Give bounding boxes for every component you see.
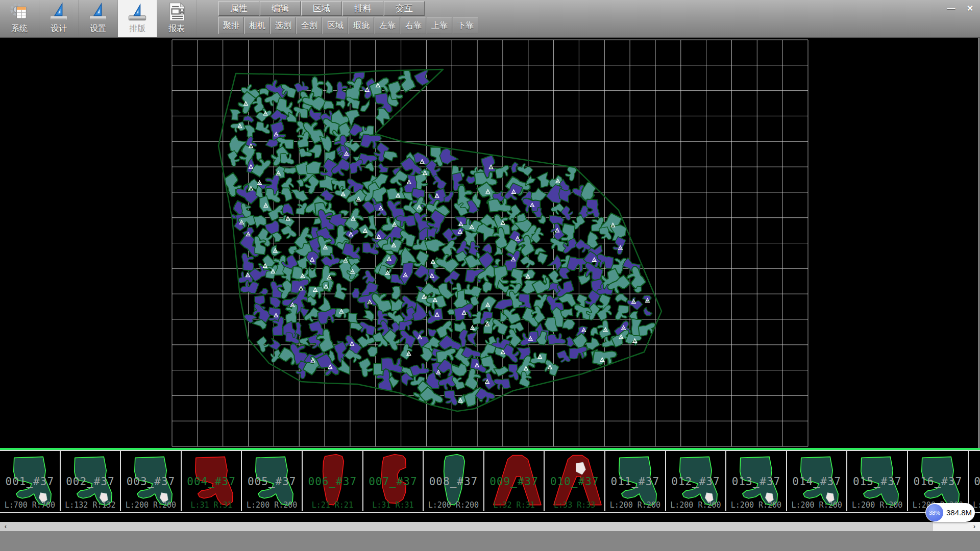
piece-number-label: 009_#37: [484, 475, 544, 488]
nesting-canvas[interactable]: [0, 0, 980, 449]
thumbnail-cell-015_#37[interactable]: 015_#37L:200 R:200: [847, 451, 908, 511]
piece-marker-dot: [431, 276, 432, 277]
toolbar-button-label: 设置: [90, 24, 106, 33]
thumbnail-cell-014_#37[interactable]: 014_#37L:200 R:200: [787, 451, 848, 511]
piece-marker-dot: [540, 357, 541, 358]
piece-marker-dot: [532, 205, 533, 206]
piece-marker-dot: [369, 302, 370, 303]
piece-number-label: 011_#37: [605, 475, 665, 488]
piece-marker-dot: [620, 248, 621, 249]
memory-badge[interactable]: 38% 384.8M: [925, 503, 975, 522]
piece-lr-count-label: L:200 R:200: [787, 500, 847, 510]
thumbnail-cell-010_#37[interactable]: 010_#37L:33 R:33: [545, 451, 605, 511]
piece-marker-dot: [239, 126, 240, 127]
thumbnail-cell-007_#37[interactable]: 007_#37L:31 R:31: [363, 451, 424, 511]
thumbnail-cell-013_#37[interactable]: 013_#37L:200 R:200: [726, 451, 787, 511]
piece-marker-dot: [432, 262, 433, 263]
piece-marker-dot: [365, 231, 366, 232]
menu-item-row2-5[interactable]: 瑕疵: [349, 17, 374, 34]
piece-marker-dot: [422, 161, 423, 162]
scrollbar-thumb[interactable]: [11, 522, 933, 531]
thumbnail-cell-002_#37[interactable]: 002_#37L:132 R:132: [61, 451, 121, 511]
toolbar-button-label: 设计: [51, 24, 67, 33]
thumbnail-cell-005_#37[interactable]: 005_#37L:200 R:200: [242, 451, 303, 511]
scroll-left-button[interactable]: ‹: [0, 522, 11, 531]
thumbnail-cell-008_#37[interactable]: 008_#37L:200 R:200: [424, 451, 484, 511]
menu-item-row2-7[interactable]: 右靠: [401, 17, 426, 34]
piece-marker-dot: [330, 367, 331, 368]
piece-marker-dot: [388, 259, 389, 260]
piece-marker-dot: [265, 206, 266, 207]
piece-number-label: 010_#37: [545, 475, 604, 488]
piece-marker-dot: [550, 367, 551, 368]
toolbar-button-system-gear[interactable]: 系统: [0, 0, 39, 37]
thumbnail-cell-012_#37[interactable]: 012_#37L:200 R:200: [666, 451, 727, 511]
piece-number-label: 005_#37: [242, 475, 302, 488]
piece-marker-dot: [251, 188, 252, 189]
menu-item-row2-4[interactable]: 区域: [323, 17, 348, 34]
nested-piece[interactable]: [324, 101, 334, 110]
piece-number-label: 014_#37: [787, 475, 847, 488]
menu-item-row1-2[interactable]: 区域: [301, 1, 342, 16]
menu-item-row1-4[interactable]: 交互: [384, 1, 425, 16]
piece-lr-count-label: L:200 R:200: [424, 500, 483, 510]
thumbnail-cell-017_#37[interactable]: 017_#37L:200 R:200: [969, 451, 980, 511]
piece-marker-dot: [434, 300, 435, 301]
minimize-button[interactable]: —: [943, 2, 960, 15]
piece-marker-dot: [394, 224, 395, 226]
scroll-right-button[interactable]: ›: [969, 522, 980, 531]
thumbnail-cell-001_#37[interactable]: 001_#37L:700 R:700: [0, 451, 61, 511]
menu-item-row2-0[interactable]: 聚排: [218, 17, 244, 34]
piece-lr-count-label: L:200 R:200: [847, 500, 907, 510]
piece-marker-dot: [259, 183, 260, 184]
toolbar-button-report-doc[interactable]: 报表: [157, 0, 197, 37]
toolbar-button-settings-ruler[interactable]: 设置: [79, 0, 118, 37]
piece-marker-dot: [241, 222, 242, 223]
piece-number-label: 016_#37: [908, 475, 968, 488]
menu-item-row2-9[interactable]: 下靠: [453, 17, 478, 34]
piece-marker-dot: [502, 352, 503, 353]
piece-marker-dot: [633, 302, 634, 303]
piece-marker-dot: [265, 113, 266, 114]
menu-item-row2-1[interactable]: 相机: [244, 17, 270, 34]
menu-item-row1-1[interactable]: 编辑: [260, 1, 301, 16]
piece-marker-dot: [398, 195, 399, 196]
piece-marker-dot: [419, 207, 420, 208]
piece-marker-dot: [352, 343, 353, 344]
nested-piece[interactable]: [284, 167, 296, 174]
piece-marker-dot: [276, 315, 277, 316]
piece-marker-dot: [513, 192, 514, 193]
thumbnail-cell-016_#37[interactable]: 016_#37L:200 R:200: [908, 451, 969, 511]
close-button[interactable]: ✕: [962, 2, 978, 15]
menu-item-row2-6[interactable]: 左靠: [375, 17, 400, 34]
piece-marker-dot: [380, 208, 381, 209]
piece-marker-dot: [273, 271, 274, 272]
piece-marker-dot: [487, 382, 488, 383]
menu-item-row2-8[interactable]: 上靠: [427, 17, 452, 34]
thumbnail-cell-009_#37[interactable]: 009_#37L:32 R:31: [484, 451, 545, 511]
piece-lr-count-label: L:200 R:200: [242, 500, 302, 510]
menu-item-row2-2[interactable]: 选割: [271, 17, 296, 34]
thumbnail-cell-004_#37[interactable]: 004_#37L:31 R:31: [182, 451, 242, 511]
horizontal-scrollbar[interactable]: ‹ ›: [0, 522, 980, 531]
piece-marker-dot: [612, 225, 614, 226]
thumbnail-cell-011_#37[interactable]: 011_#37L:200 R:200: [605, 451, 666, 511]
thumbnail-cell-003_#37[interactable]: 003_#37L:200 R:200: [121, 451, 182, 511]
menu-item-row1-3[interactable]: 排料: [342, 1, 383, 16]
toolbar-button-design-ruler[interactable]: 设计: [39, 0, 79, 37]
piece-marker-dot: [424, 297, 425, 298]
piece-marker-dot: [248, 275, 249, 276]
toolbar-button-layout-ruler[interactable]: 排版: [118, 0, 157, 37]
menu-item-row1-0[interactable]: 属性: [218, 1, 259, 16]
menu-item-row2-3[interactable]: 全割: [297, 17, 322, 34]
piece-marker-dot: [292, 305, 293, 306]
piece-marker-dot: [647, 300, 648, 302]
piece-marker-dot: [325, 247, 326, 248]
design-ruler-icon: [48, 2, 69, 24]
piece-marker-dot: [326, 286, 327, 287]
piece-number-label: 015_#37: [847, 475, 907, 488]
toolbar-button-label: 报表: [168, 24, 185, 33]
nested-piece[interactable]: [483, 282, 492, 293]
piece-marker-dot: [275, 251, 276, 252]
thumbnail-cell-006_#37[interactable]: 006_#37L:21 R:21: [303, 451, 363, 511]
